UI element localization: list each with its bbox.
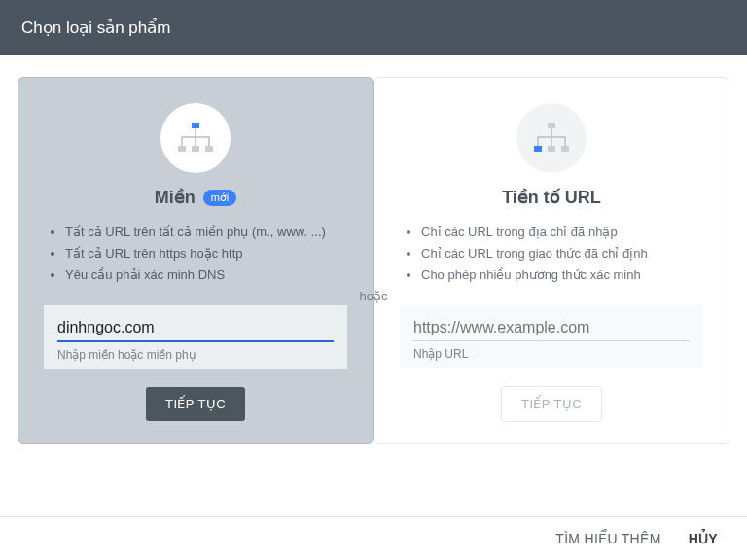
domain-bullets: Tất cả URL trên tất cả miền phụ (m., www… — [44, 222, 347, 286]
url-prefix-card[interactable]: Tiền tố URL Chỉ các URL trong địa chỉ đã… — [374, 77, 729, 444]
domain-card[interactable]: Miền mới Tất cả URL trên tất cả miền phụ… — [18, 77, 374, 444]
domain-input-block: Nhập miền hoặc miền phụ — [44, 305, 347, 369]
url-continue-button[interactable]: TIẾP TỤC — [501, 386, 602, 422]
list-item: Cho phép nhiều phương thức xác minh — [421, 264, 703, 286]
svg-rect-2 — [192, 146, 199, 152]
url-input-helper: Nhập URL — [413, 347, 690, 361]
url-icon-circle — [516, 103, 587, 173]
domain-input[interactable] — [57, 315, 334, 342]
domain-continue-button[interactable]: TIẾP TỤC — [146, 387, 245, 421]
dialog-title: Chọn loại sản phẩm — [21, 18, 170, 37]
sitemap-icon — [531, 121, 572, 156]
list-item: Yêu cầu phải xác minh DNS — [65, 264, 347, 286]
domain-input-helper: Nhập miền hoặc miền phụ — [57, 348, 334, 362]
learn-more-button[interactable]: TÌM HIỂU THÊM — [555, 531, 660, 546]
url-title-row: Tiền tố URL — [502, 187, 601, 208]
svg-rect-5 — [534, 146, 542, 152]
svg-rect-6 — [548, 146, 555, 152]
new-badge: mới — [203, 190, 237, 206]
domain-icon-circle — [160, 103, 231, 173]
svg-rect-1 — [178, 146, 186, 152]
svg-rect-3 — [205, 146, 213, 152]
cancel-button[interactable]: HỦY — [689, 531, 718, 546]
url-bullets: Chỉ các URL trong địa chỉ đã nhập Chỉ cá… — [400, 222, 703, 286]
list-item: Tất cả URL trên https hoặc http — [65, 243, 347, 264]
svg-rect-4 — [548, 122, 555, 128]
list-item: Tất cả URL trên tất cả miền phụ (m., www… — [65, 222, 347, 243]
list-item: Chỉ các URL trong địa chỉ đã nhập — [421, 222, 703, 243]
url-title: Tiền tố URL — [502, 187, 601, 208]
svg-rect-7 — [561, 146, 569, 152]
dialog-header: Chọn loại sản phẩm — [0, 0, 747, 55]
svg-rect-0 — [192, 122, 199, 128]
dialog-content: Miền mới Tất cả URL trên tất cả miền phụ… — [0, 55, 747, 444]
domain-title: Miền — [155, 187, 196, 208]
dialog-footer: TÌM HIỂU THÊM HỦY — [0, 516, 747, 560]
list-item: Chỉ các URL trong giao thức đã chỉ định — [421, 243, 703, 264]
or-divider-label: hoặc — [360, 289, 388, 303]
sitemap-icon — [175, 121, 216, 156]
url-input-block: Nhập URL — [400, 305, 703, 368]
domain-title-row: Miền mới — [155, 187, 237, 208]
url-input[interactable] — [413, 315, 690, 341]
